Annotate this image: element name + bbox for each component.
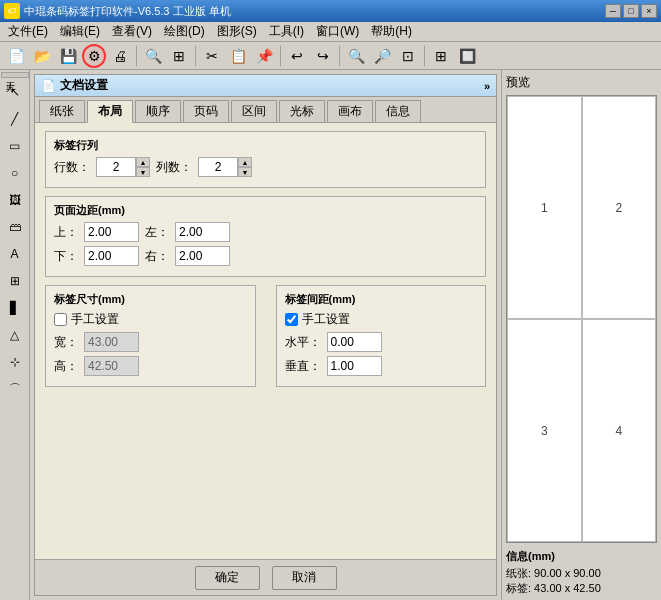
rows-spinner[interactable]: ▲ ▼ — [96, 157, 150, 177]
menu-tools[interactable]: 工具(I) — [263, 22, 310, 41]
vertical-input[interactable] — [327, 356, 382, 376]
redo-button[interactable]: ↪ — [311, 44, 335, 68]
tool-line[interactable]: ╱ — [2, 106, 28, 132]
menu-edit[interactable]: 编辑(E) — [54, 22, 106, 41]
bottom-label: 下： — [54, 248, 78, 265]
rows-input[interactable] — [96, 157, 136, 177]
menu-shape[interactable]: 图形(S) — [211, 22, 263, 41]
tool-cursor[interactable]: ⊹ — [2, 349, 28, 375]
menu-help[interactable]: 帮助(H) — [365, 22, 418, 41]
tool-gallery[interactable]: 🗃 — [2, 214, 28, 240]
info-label: 标签: 43.00 x 42.50 — [506, 581, 657, 596]
label-size-section: 标签尺寸(mm) 手工设置 宽： 高： — [45, 285, 256, 387]
horizontal-row: 水平： — [285, 332, 478, 352]
tab-page[interactable]: 页码 — [183, 100, 229, 122]
cols-spinner[interactable]: ▲ ▼ — [198, 157, 252, 177]
tab-canvas[interactable]: 画布 — [327, 100, 373, 122]
top-label: 上： — [54, 224, 78, 241]
menu-view[interactable]: 查看(V) — [106, 22, 158, 41]
tool-rect[interactable]: ▭ — [2, 133, 28, 159]
settings-button[interactable]: ⚙ — [82, 44, 106, 68]
right-input[interactable] — [175, 246, 230, 266]
height-row: 高： — [54, 356, 247, 376]
width-row: 宽： — [54, 332, 247, 352]
label-size-title: 标签尺寸(mm) — [54, 292, 247, 307]
left-input[interactable] — [175, 222, 230, 242]
menu-file[interactable]: 文件(E) — [2, 22, 54, 41]
rows-up[interactable]: ▲ — [136, 157, 150, 167]
doc-settings-panel: 📄 文档设置 » 纸张 布局 顺序 页码 区间 光标 画布 信息 — [34, 74, 497, 596]
confirm-button[interactable]: 确定 — [195, 566, 260, 590]
spacing-manual-row: 手工设置 — [285, 311, 478, 328]
zoom-out-button[interactable]: 🔎 — [370, 44, 394, 68]
separator-3 — [280, 46, 281, 66]
bottom-input[interactable] — [84, 246, 139, 266]
cancel-button[interactable]: 取消 — [272, 566, 337, 590]
open-button[interactable]: 📂 — [30, 44, 54, 68]
close-button[interactable]: × — [641, 4, 657, 18]
more-button[interactable]: 🔲 — [455, 44, 479, 68]
minimize-button[interactable]: ─ — [605, 4, 621, 18]
tool-select[interactable]: ↖ — [2, 79, 28, 105]
menu-draw[interactable]: 绘图(D) — [158, 22, 211, 41]
grid-button[interactable]: ⊞ — [167, 44, 191, 68]
vertical-row: 垂直： — [285, 356, 478, 376]
new-button[interactable]: 📄 — [4, 44, 28, 68]
cols-down[interactable]: ▼ — [238, 167, 252, 177]
margin-bottom-row: 下： 右： — [54, 246, 477, 266]
cols-up[interactable]: ▲ — [238, 157, 252, 167]
tab-order[interactable]: 顺序 — [135, 100, 181, 122]
paste-button[interactable]: 📌 — [252, 44, 276, 68]
separator-4 — [339, 46, 340, 66]
tool-table[interactable]: ⊞ — [2, 268, 28, 294]
doc-settings-close[interactable]: » — [484, 80, 490, 92]
window-controls: ─ □ × — [605, 4, 657, 18]
cols-spinner-btns: ▲ ▼ — [238, 157, 252, 177]
sidebar-label: 方正 — [1, 72, 29, 78]
cut-button[interactable]: ✂ — [200, 44, 224, 68]
title-text: 中琨条码标签打印软件-V6.5.3 工业版 单机 — [24, 4, 231, 19]
save-button[interactable]: 💾 — [56, 44, 80, 68]
search-button[interactable]: 🔍 — [141, 44, 165, 68]
width-label: 宽： — [54, 334, 78, 351]
spacing-manual-checkbox[interactable] — [285, 313, 298, 326]
tool-ellipse[interactable]: ○ — [2, 160, 28, 186]
rows-label: 行数： — [54, 159, 90, 176]
margin-top-row: 上： 左： — [54, 222, 477, 242]
size-spacing-row: 标签尺寸(mm) 手工设置 宽： 高： — [45, 285, 486, 395]
copy-button[interactable]: 📋 — [226, 44, 250, 68]
tab-info[interactable]: 信息 — [375, 100, 421, 122]
separator-2 — [195, 46, 196, 66]
print-button[interactable]: 🖨 — [108, 44, 132, 68]
menu-bar: 文件(E) 编辑(E) 查看(V) 绘图(D) 图形(S) 工具(I) 窗口(W… — [0, 22, 661, 42]
rows-spinner-btns: ▲ ▼ — [136, 157, 150, 177]
preview-cell-1: 1 — [507, 96, 582, 319]
zoom-in-button[interactable]: 🔍 — [344, 44, 368, 68]
top-input[interactable] — [84, 222, 139, 242]
size-manual-checkbox[interactable] — [54, 313, 67, 326]
layout-tab-content: 标签行列 行数： ▲ ▼ 列数： — [35, 123, 496, 559]
tab-layout[interactable]: 布局 — [87, 100, 133, 123]
menu-window[interactable]: 窗口(W) — [310, 22, 365, 41]
label-grid-section: 标签行列 行数： ▲ ▼ 列数： — [45, 131, 486, 188]
app-icon: 🏷 — [4, 3, 20, 19]
tool-text[interactable]: A — [2, 241, 28, 267]
tab-mark[interactable]: 光标 — [279, 100, 325, 122]
maximize-button[interactable]: □ — [623, 4, 639, 18]
horizontal-input[interactable] — [327, 332, 382, 352]
cols-input[interactable] — [198, 157, 238, 177]
tool-image[interactable]: 🖼 — [2, 187, 28, 213]
tool-shape[interactable]: △ — [2, 322, 28, 348]
rows-down[interactable]: ▼ — [136, 167, 150, 177]
tab-range[interactable]: 区间 — [231, 100, 277, 122]
undo-button[interactable]: ↩ — [285, 44, 309, 68]
label-grid-title: 标签行列 — [54, 138, 477, 153]
label-spacing-title: 标签间距(mm) — [285, 292, 478, 307]
margins-title: 页面边距(mm) — [54, 203, 477, 218]
tool-arc[interactable]: ⌒ — [2, 376, 28, 402]
info-section: 信息(mm) 纸张: 90.00 x 90.00 标签: 43.00 x 42.… — [506, 549, 657, 596]
align-button[interactable]: ⊞ — [429, 44, 453, 68]
tab-paper[interactable]: 纸张 — [39, 100, 85, 122]
tool-barcode[interactable]: ▋ — [2, 295, 28, 321]
zoom-fit-button[interactable]: ⊡ — [396, 44, 420, 68]
